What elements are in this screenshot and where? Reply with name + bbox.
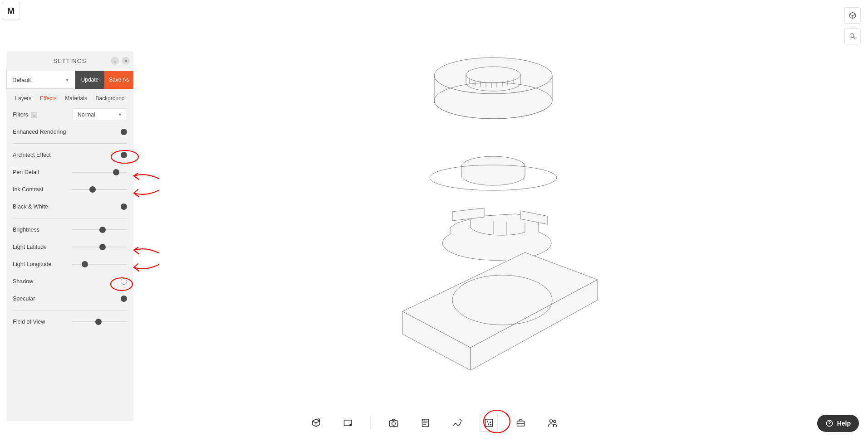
specular-toggle[interactable]	[121, 296, 127, 302]
panel-header: SETTINGS ⌄ ✕	[6, 51, 133, 71]
brightness-row: Brightness	[13, 221, 127, 238]
help-label: Help	[837, 420, 851, 427]
right-tools	[844, 7, 861, 44]
tab-effects[interactable]: Effects	[40, 95, 56, 102]
svg-rect-35	[485, 419, 492, 426]
cube-eye-icon	[310, 417, 321, 428]
shadow-toggle[interactable]	[121, 278, 127, 285]
inkcontrast-label: Ink Contrast	[13, 186, 72, 193]
chevron-down-icon: ▼	[65, 78, 69, 82]
slider-thumb[interactable]	[82, 261, 88, 267]
fov-label: Field of View	[13, 319, 72, 325]
slider-thumb[interactable]	[89, 186, 96, 193]
help-button[interactable]: Help	[817, 415, 859, 432]
viewport-3d[interactable]	[145, 18, 841, 405]
camera-icon	[388, 417, 399, 428]
svg-point-34	[422, 419, 423, 420]
pendetail-slider[interactable]	[72, 169, 127, 175]
fov-slider[interactable]	[72, 319, 127, 325]
architect-label: Architect Effect	[13, 152, 121, 158]
architect-row: Architect Effect	[13, 146, 127, 164]
lat-row: Light Latitude	[13, 238, 127, 256]
viewcube-icon	[848, 11, 857, 19]
sparkle-panel-icon	[483, 417, 494, 428]
enhanced-label: Enhanced Rendering	[13, 129, 121, 135]
preset-value: Default	[12, 77, 31, 83]
svg-point-42	[549, 420, 552, 422]
view3d-button[interactable]	[307, 414, 325, 432]
lon-slider[interactable]	[72, 261, 127, 267]
slider-thumb[interactable]	[99, 227, 106, 233]
lat-slider[interactable]	[72, 244, 127, 250]
architect-toggle[interactable]	[121, 152, 127, 158]
lon-row: Light Longitude	[13, 256, 127, 273]
share-button[interactable]	[543, 414, 561, 432]
slider-thumb[interactable]	[113, 169, 119, 175]
info-icon[interactable]: i	[31, 112, 37, 118]
tab-layers[interactable]: Layers	[15, 95, 31, 102]
svg-point-38	[488, 424, 489, 425]
render-settings-button[interactable]	[480, 414, 498, 432]
tabs: Layers Effects Materials Background	[6, 89, 133, 106]
svg-point-2	[850, 34, 854, 38]
shadow-label: Shadow	[13, 278, 121, 285]
search-button[interactable]	[844, 28, 861, 44]
draw-button[interactable]	[448, 414, 466, 432]
slider-thumb[interactable]	[99, 244, 106, 250]
bottom-toolbar	[307, 414, 561, 432]
svg-point-39	[490, 424, 491, 425]
svg-point-6	[434, 58, 552, 94]
svg-marker-0	[849, 12, 856, 16]
lon-label: Light Longitude	[13, 261, 72, 267]
viewcube-button[interactable]	[844, 7, 861, 24]
frame-button[interactable]	[338, 414, 357, 432]
svg-point-46	[829, 425, 829, 425]
preset-row: Default ▼ Update Save As	[6, 71, 133, 89]
close-button[interactable]: ✕	[122, 57, 130, 65]
svg-point-43	[554, 421, 556, 423]
settings-panel: SETTINGS ⌄ ✕ Default ▼ Update Save As La…	[6, 51, 133, 421]
notes-icon	[420, 417, 431, 428]
inkcontrast-slider[interactable]	[72, 186, 127, 193]
fov-row: Field of View	[13, 313, 127, 330]
filters-row: Filtersi Normal ▼	[13, 106, 127, 123]
search-icon	[848, 32, 857, 40]
lat-label: Light Latitude	[13, 244, 72, 250]
bw-toggle[interactable]	[121, 204, 127, 210]
update-button[interactable]: Update	[75, 71, 104, 89]
panel-title: SETTINGS	[53, 58, 86, 64]
pendetail-row: Pen Detail	[13, 164, 127, 181]
svg-line-3	[853, 37, 855, 39]
app-logo[interactable]: M	[2, 2, 20, 20]
toolbox-button[interactable]	[511, 414, 530, 432]
tab-background[interactable]: Background	[96, 95, 125, 102]
pendetail-label: Pen Detail	[13, 169, 72, 175]
frame-icon	[342, 417, 353, 428]
toolbar-separator	[370, 417, 371, 429]
divider	[13, 218, 127, 218]
preset-select[interactable]: Default ▼	[6, 71, 75, 89]
divider	[13, 143, 127, 144]
saveas-button[interactable]: Save As	[104, 71, 133, 89]
brightness-slider[interactable]	[72, 227, 127, 233]
specular-label: Specular	[13, 296, 121, 302]
collapse-button[interactable]: ⌄	[111, 57, 119, 65]
people-icon	[547, 417, 558, 428]
svg-point-36	[487, 421, 488, 422]
svg-point-29	[392, 422, 395, 426]
enhanced-toggle[interactable]	[121, 129, 127, 135]
camera-button[interactable]	[384, 414, 402, 432]
draw-icon	[451, 417, 462, 428]
slider-thumb[interactable]	[95, 319, 102, 325]
inkcontrast-row: Ink Contrast	[13, 181, 127, 198]
chevron-down-icon: ▼	[118, 112, 122, 117]
notes-button[interactable]	[416, 414, 434, 432]
filters-label: Filtersi	[13, 111, 70, 118]
brightness-label: Brightness	[13, 227, 72, 233]
bw-row: Black & White	[13, 198, 127, 215]
svg-point-27	[350, 424, 351, 426]
filter-select[interactable]: Normal ▼	[73, 108, 127, 121]
divider	[13, 310, 127, 310]
help-icon	[825, 419, 834, 427]
tab-materials[interactable]: Materials	[65, 95, 87, 102]
